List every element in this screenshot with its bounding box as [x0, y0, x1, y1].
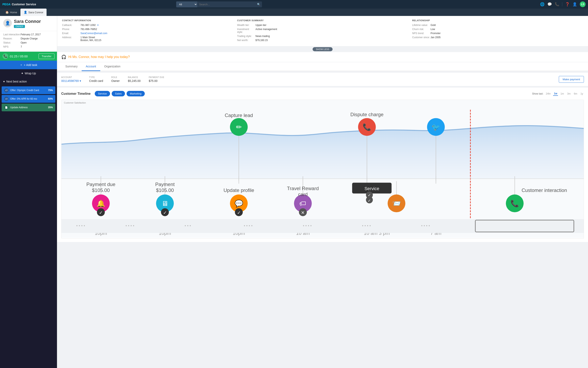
address-row: Address: 1 Main Street Boston, MA, 02115 [62, 36, 233, 42]
customer-summary-title: CUSTOMER SUMMARY [237, 19, 408, 22]
account-balance-field: BALANCE $5,245.00 [128, 76, 140, 83]
time-option-1m[interactable]: 1m [560, 92, 565, 96]
help-icon[interactable]: ❓ [565, 2, 570, 7]
search-input[interactable] [197, 2, 255, 7]
chat-icon[interactable]: 💬 [547, 2, 552, 7]
tab-summary-label: Summary [65, 65, 78, 68]
callback-label: Callback: [62, 24, 81, 27]
time-option-6m[interactable]: 6m [573, 92, 578, 96]
account-role-label: ROLE [111, 76, 120, 78]
nba-title: Next best action [6, 80, 27, 83]
time-option-3m[interactable]: 3m [566, 92, 571, 96]
add-task-button[interactable]: ＋ + Add task [0, 61, 57, 69]
svg-text:• • •: • • • [185, 224, 191, 228]
nba-item-1-pct: 75% [48, 89, 53, 92]
net-worth-value: $79,160.15 [255, 39, 268, 42]
nba-item-1-label: Offer: Olympic Credit Card [10, 89, 48, 92]
account-balance-value: $5,245.00 [128, 79, 140, 83]
trading-style-row: Trading style: News trading [237, 35, 408, 37]
account-payment-due-value: $75.00 [149, 79, 164, 83]
nba-item-1-icon: 🏷 [4, 88, 9, 92]
email-label: Email: [62, 32, 81, 35]
customer-name-section: Sara Connor OWNER [14, 19, 41, 28]
lifetime-value-value: Gold [431, 24, 436, 27]
svg-text:Update profile: Update profile [224, 187, 254, 193]
nba-item-1[interactable]: 🏷 Offer: Olympic Credit Card 75% [2, 86, 55, 94]
address-label: Address: [62, 36, 81, 42]
status-value: Open [21, 41, 27, 44]
timeline-zoom-bar[interactable] [62, 219, 584, 233]
tab-account[interactable]: Account [82, 62, 100, 71]
tab-bar: 🏠 Home 👤 Sara Connor [0, 9, 588, 16]
lifetime-value-row: Lifetime value: Gold [412, 24, 583, 27]
nba-item-2-pct: 60% [48, 97, 53, 100]
svg-text:Travel Reward: Travel Reward [287, 186, 319, 191]
investment-style-label: Investment style: [237, 28, 255, 34]
tab-sara-connor[interactable]: 👤 Sara Connor [20, 9, 47, 16]
tab-sara-label: Sara Connor [28, 11, 44, 14]
investment-style-row: Investment style: Active management [237, 28, 408, 34]
nba-item-3[interactable]: 📄 Update Address 35% [2, 103, 55, 111]
customer-since-value: Jan 2005 [431, 36, 441, 39]
svg-text:• • • •: • • • • [303, 224, 312, 228]
show-less-button[interactable]: SHOW LESS [313, 47, 332, 51]
time-option-1w[interactable]: 1w [553, 92, 558, 96]
svg-text:🐦: 🐦 [432, 123, 440, 131]
callback-row: Callback: 781-987-1092 ✏ [62, 24, 233, 27]
main-layout: 👤 Sara Connor OWNER Last interaction: Fe… [0, 16, 588, 368]
nps-label: NPS: [3, 45, 21, 48]
account-role-field: ROLE Owner [111, 76, 120, 83]
filter-service-button[interactable]: Service [95, 91, 110, 96]
contact-info-section: CONTACT INFORMATION Callback: 781-987-10… [62, 19, 233, 43]
time-option-24hr[interactable]: 24hr [545, 92, 552, 96]
svg-text:• • • •: • • • • [244, 224, 253, 228]
show-last: Show last: 24hr 1w 1m 3m 6m 1y [532, 92, 584, 96]
filter-marketing-button[interactable]: Marketing [127, 91, 145, 96]
brand-logo: PEGA Customer Service [2, 3, 36, 6]
phone-label: Phone: [62, 28, 81, 31]
account-number-label: ACCOUNT [61, 76, 81, 78]
email-value[interactable]: SaraConnor@email.com [81, 32, 107, 35]
globe-icon[interactable]: 🌐 [540, 2, 544, 7]
wrap-up-button[interactable]: ✦ Wrap Up [0, 69, 57, 77]
svg-text:$105.00: $105.00 [156, 187, 174, 193]
svg-text:Customer interaction: Customer interaction [522, 187, 567, 193]
nba-header[interactable]: ▾ Next best action [0, 77, 57, 86]
relationship-section: RELATIONSHIP Lifetime value: Gold Churn … [412, 19, 583, 43]
nba-item-2[interactable]: 🏷 Offer: 0% APR for 60 mo 60% [2, 95, 55, 103]
svg-text:✓: ✓ [163, 210, 167, 215]
reason-label: Reason: [3, 37, 21, 40]
greeting-text: Hi Ms. Connor, how may I help you today? [68, 55, 130, 59]
search-filter[interactable]: All Customers Cases [176, 1, 197, 7]
nps-trend-value: Promoter [431, 32, 441, 35]
svg-text:card: card [298, 192, 308, 197]
settings-icon[interactable]: 👤 [572, 2, 577, 7]
brand-pega: PEGA [2, 3, 11, 6]
user-avatar[interactable]: LS [580, 1, 586, 7]
edit-icon[interactable]: ✏ [97, 24, 99, 27]
svg-text:Payment: Payment [155, 182, 175, 187]
wrap-up-label: Wrap Up [25, 72, 36, 75]
svg-text:Payment due: Payment due [86, 182, 115, 187]
left-sidebar: 👤 Sara Connor OWNER Last interaction: Fe… [0, 16, 57, 368]
timer-text: 01:25 / 05:00 [10, 55, 28, 58]
make-payment-button[interactable]: Make payment [559, 76, 584, 83]
customer-header: 👤 Sara Connor OWNER [0, 16, 57, 31]
investment-style-value: Active management [255, 28, 277, 34]
tab-summary[interactable]: Summary [61, 62, 82, 71]
tab-home[interactable]: 🏠 Home [2, 9, 20, 16]
content-tabs: Summary Account Organization [57, 62, 588, 71]
tab-organization[interactable]: Organization [100, 62, 125, 71]
filter-sales-button[interactable]: Sales [112, 91, 125, 96]
account-number-value[interactable]: 00114598769 ▾ [61, 79, 81, 83]
svg-text:• • • •: • • • • [362, 224, 371, 228]
phone-icon[interactable]: 📞 [555, 2, 559, 7]
svg-text:📞: 📞 [362, 123, 371, 131]
home-icon: 🏠 [5, 11, 9, 14]
nba-item-3-label: Update Address [10, 106, 48, 109]
transfer-button[interactable]: Transfer [39, 54, 54, 59]
callback-value: 781-987-1092 [81, 24, 96, 27]
chevron-down-icon: ▾ [3, 80, 5, 83]
customer-summary-section: CUSTOMER SUMMARY Wealth tier: Upper-tier… [237, 19, 408, 43]
time-option-1y[interactable]: 1y [580, 92, 584, 96]
